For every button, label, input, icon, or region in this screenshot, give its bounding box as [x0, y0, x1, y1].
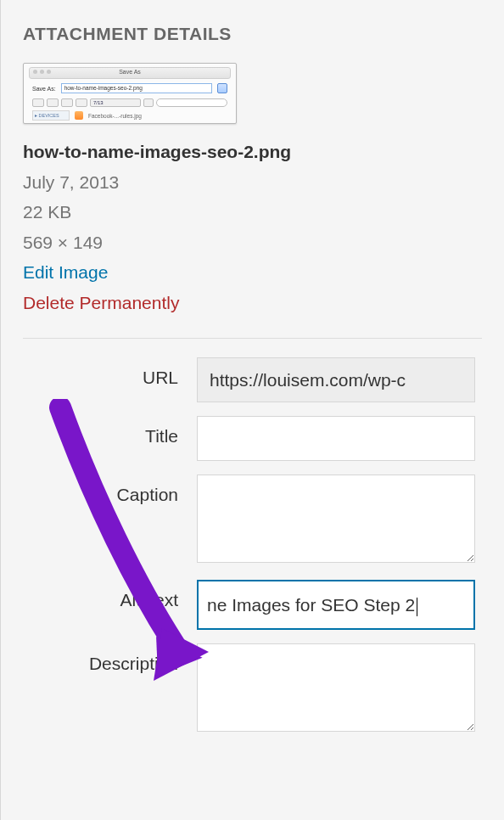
thumb-saveas-label: Save As:	[32, 86, 56, 92]
attachment-filesize: 22 KB	[23, 198, 482, 227]
attachment-filename: how-to-name-images-seo-2.png	[23, 138, 482, 166]
text-cursor-icon	[417, 598, 417, 616]
thumb-titlebar: Save As	[29, 67, 231, 79]
thumb-titlebar-label: Save As	[30, 69, 230, 75]
thumb-dropdown-icon	[217, 83, 227, 93]
delete-permanently-link[interactable]: Delete Permanently	[23, 289, 482, 317]
edit-image-link[interactable]: Edit Image	[23, 258, 482, 287]
thumb-saveas-field: how-to-name-images-seo-2.png	[61, 83, 212, 93]
title-input[interactable]	[197, 416, 475, 461]
caption-textarea[interactable]	[197, 475, 475, 563]
thumb-toolbar: 7/13	[32, 98, 227, 108]
title-label: Title	[23, 416, 197, 447]
caption-label: Caption	[23, 475, 197, 505]
description-textarea[interactable]	[197, 643, 475, 732]
url-label: URL	[23, 357, 197, 388]
thumb-folder-pill: 7/13	[90, 98, 141, 107]
thumb-file-name: Facebook-...-rules.jpg	[88, 113, 142, 119]
alt-text-value: ne Images for SEO Step 2	[207, 595, 415, 615]
thumb-file-icon	[75, 111, 83, 120]
alt-text-input[interactable]: ne Images for SEO Step 2	[197, 580, 475, 630]
attachment-date: July 7, 2013	[23, 168, 482, 197]
alt-text-label: Alt Text	[23, 580, 197, 610]
attachment-thumbnail[interactable]: Save As Save As: how-to-name-images-seo-…	[23, 63, 237, 124]
panel-title: ATTACHMENT DETAILS	[23, 24, 482, 44]
url-input[interactable]	[197, 357, 475, 402]
thumb-sidebar-devices: ▸ DEVICES	[32, 110, 70, 121]
description-label: Description	[23, 643, 197, 674]
attachment-dimensions: 569 × 149	[23, 228, 482, 257]
